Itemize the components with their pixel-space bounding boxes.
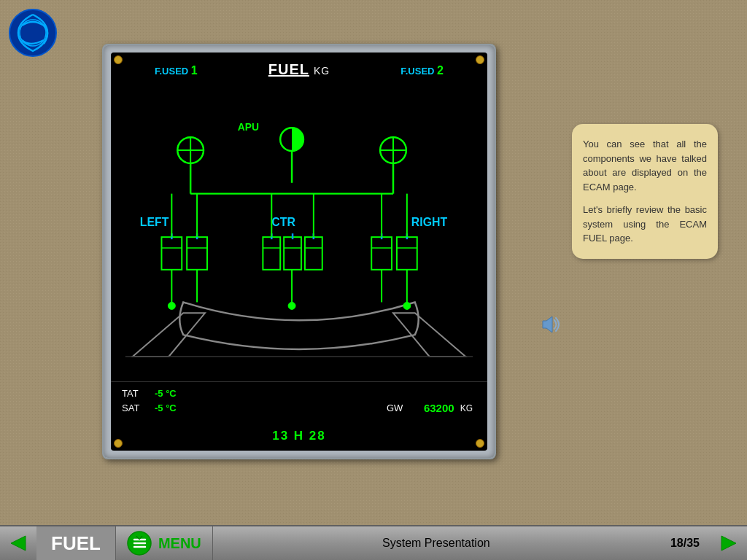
svg-rect-28 [397, 237, 417, 270]
svg-rect-17 [161, 237, 182, 270]
tat-label: TAT [122, 388, 155, 399]
svg-text:RIGHT: RIGHT [411, 216, 448, 228]
gw-unit: KG [460, 403, 473, 413]
gw-value: 63200 [424, 402, 454, 414]
nav-system-presentation: System Presentation [213, 537, 659, 550]
menu-label: MENU [158, 535, 201, 552]
sat-value: -5 °C [155, 402, 177, 413]
gw-label: GW [387, 402, 419, 413]
tooltip-box: You can see that all the components we h… [572, 124, 718, 259]
ecam-screen: FUEL KG F.USED 1 F.USED 2 APU LEFT CTR R… [111, 52, 487, 451]
svg-text:APU: APU [238, 121, 259, 133]
svg-point-50 [288, 302, 295, 309]
nav-menu-section[interactable]: MENU [116, 526, 213, 560]
svg-rect-23 [305, 237, 322, 270]
svg-point-0 [9, 9, 56, 56]
nav-bar: FUEL MENU System Presentation 18/35 [0, 525, 747, 560]
next-button[interactable] [711, 526, 747, 560]
svg-point-51 [403, 302, 411, 309]
speaker-icon[interactable] [539, 314, 561, 335]
svg-marker-53 [543, 316, 552, 332]
ecam-data-bar: TAT -5 °C SAT -5 °C GW 63200 KG 13 H 28 [111, 381, 487, 451]
svg-point-49 [168, 302, 175, 309]
svg-marker-54 [11, 536, 26, 551]
svg-text:LEFT: LEFT [140, 216, 169, 228]
menu-icon [127, 531, 152, 556]
nav-fuel-label: FUEL [36, 526, 116, 560]
sat-label: SAT [122, 402, 155, 413]
tooltip-paragraph-2: Let's briefly review the basic system us… [583, 203, 707, 246]
svg-rect-22 [284, 237, 301, 270]
company-logo [7, 7, 58, 58]
tat-row: TAT -5 °C [122, 388, 476, 399]
ecam-panel: FUEL KG F.USED 1 F.USED 2 APU LEFT CTR R… [102, 44, 496, 459]
time-display: 13 H 28 [272, 429, 326, 443]
nav-page-count: 18/35 [659, 537, 711, 550]
tat-value: -5 °C [155, 388, 177, 399]
svg-rect-18 [187, 237, 207, 270]
svg-rect-27 [371, 237, 392, 270]
tooltip-paragraph-1: You can see that all the components we h… [583, 137, 707, 194]
svg-rect-21 [263, 237, 280, 270]
prev-button[interactable] [0, 526, 36, 560]
svg-marker-56 [721, 536, 736, 551]
svg-text:CTR: CTR [271, 216, 295, 228]
gw-section: GW 63200 KG [387, 402, 473, 414]
